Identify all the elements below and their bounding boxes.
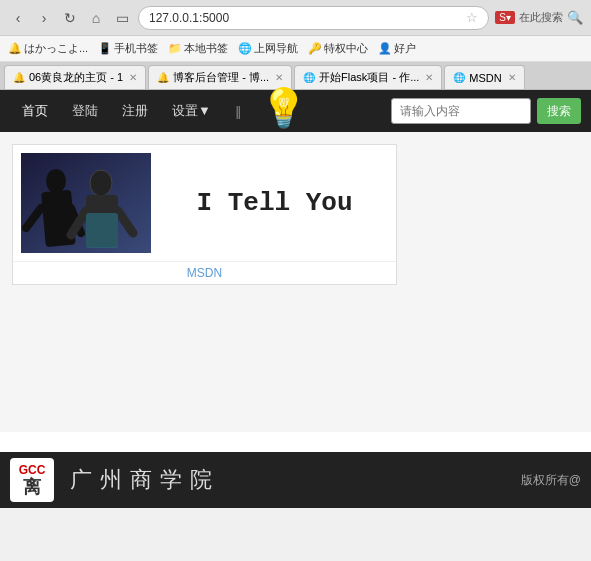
- back-button[interactable]: ‹: [8, 8, 28, 28]
- bookmark-item-4[interactable]: 🔑 特权中心: [308, 41, 368, 56]
- tab-1-favicon: 🔔: [157, 72, 169, 83]
- browser-toolbar: ‹ › ↻ ⌂ ▭ 127.0.0.1:5000 ☆ S▾ 在此搜索 🔍: [0, 0, 591, 36]
- ext-icon-s[interactable]: S▾: [495, 11, 515, 24]
- blog-title-area: I Tell You: [161, 188, 388, 218]
- nav-home[interactable]: 首页: [10, 90, 60, 132]
- tab-0-favicon: 🔔: [13, 72, 25, 83]
- blog-card: I Tell You MSDN: [12, 144, 397, 285]
- nav-login[interactable]: 登陆: [60, 90, 110, 132]
- address-bar[interactable]: 127.0.0.1:5000 ☆: [138, 6, 489, 30]
- blog-card-inner: I Tell You: [13, 145, 396, 262]
- bookmark-item-3[interactable]: 🌐 上网导航: [238, 41, 298, 56]
- tab-2-close[interactable]: ✕: [425, 72, 433, 83]
- home-button[interactable]: ⌂: [86, 8, 106, 28]
- browser-frame: ‹ › ↻ ⌂ ▭ 127.0.0.1:5000 ☆ S▾ 在此搜索 🔍 🔔 は…: [0, 0, 591, 90]
- tab-3-label: MSDN: [469, 72, 501, 84]
- tab-1-label: 博客后台管理 - 博...: [173, 70, 269, 85]
- footer-logo-bottom: 离: [23, 478, 41, 496]
- tab-2-favicon: 🌐: [303, 72, 315, 83]
- footer-logo: GCC 离: [10, 458, 54, 502]
- reload-button[interactable]: ↻: [60, 8, 80, 28]
- bookmark-star-icon[interactable]: ☆: [466, 10, 478, 25]
- site-nav: 首页 登陆 注册 设置▼ ‖ 💡 搜索: [0, 90, 591, 132]
- site-footer: GCC 离 广州商学院 版权所有@: [0, 452, 591, 508]
- bookmark-item-0[interactable]: 🔔 はかっこよ...: [8, 41, 88, 56]
- footer-logo-top: GCC: [19, 464, 46, 477]
- footer-copyright: 版权所有@: [521, 472, 581, 489]
- tab-1-close[interactable]: ✕: [275, 72, 283, 83]
- blog-image-svg: [21, 153, 151, 253]
- blog-footer-link[interactable]: MSDN: [187, 266, 222, 280]
- nav-search-input[interactable]: [391, 98, 531, 124]
- tab-3-favicon: 🌐: [453, 72, 465, 83]
- tab-0-close[interactable]: ✕: [129, 72, 137, 83]
- svg-point-5: [90, 170, 112, 196]
- nav-register[interactable]: 注册: [110, 90, 160, 132]
- site-content: I Tell You MSDN: [0, 132, 591, 432]
- search-magnifier-icon[interactable]: 🔍: [567, 10, 583, 25]
- bookmark-item-1[interactable]: 📱 手机书签: [98, 41, 158, 56]
- nav-separator: ‖: [223, 90, 254, 132]
- tab-0[interactable]: 🔔 06黄良龙的主页 - 1 ✕: [4, 65, 146, 89]
- extension-area: S▾ 在此搜索 🔍: [495, 10, 583, 25]
- tab-3[interactable]: 🌐 MSDN ✕: [444, 65, 524, 89]
- forward-button[interactable]: ›: [34, 8, 54, 28]
- blog-card-footer[interactable]: MSDN: [13, 262, 396, 284]
- tab-2-label: 开始Flask项目 - 作...: [319, 70, 419, 85]
- svg-point-1: [46, 169, 66, 193]
- blog-title: I Tell You: [196, 188, 352, 218]
- lightbulb-icon: 💡: [260, 86, 307, 130]
- address-text: 127.0.0.1:5000: [149, 11, 462, 25]
- svg-rect-9: [86, 213, 118, 248]
- blog-image: [21, 153, 151, 253]
- footer-text: 广州商学院: [70, 465, 220, 495]
- tab-0-label: 06黄良龙的主页 - 1: [29, 70, 123, 85]
- nav-search-area: 搜索: [391, 98, 581, 124]
- nav-search-button[interactable]: 搜索: [537, 98, 581, 124]
- bookmark-item-2[interactable]: 📁 本地书签: [168, 41, 228, 56]
- tab-3-close[interactable]: ✕: [508, 72, 516, 83]
- tab-2[interactable]: 🌐 开始Flask项目 - 作... ✕: [294, 65, 442, 89]
- nav-settings[interactable]: 设置▼: [160, 90, 223, 132]
- tab-button[interactable]: ▭: [112, 8, 132, 28]
- website-area: 首页 登陆 注册 设置▼ ‖ 💡 搜索: [0, 90, 591, 508]
- bookmark-item-5[interactable]: 👤 好户: [378, 41, 416, 56]
- bookmarks-bar: 🔔 はかっこよ... 📱 手机书签 📁 本地书签 🌐 上网导航 🔑 特权中心 👤…: [0, 36, 591, 62]
- address-search-label: 在此搜索: [519, 10, 563, 25]
